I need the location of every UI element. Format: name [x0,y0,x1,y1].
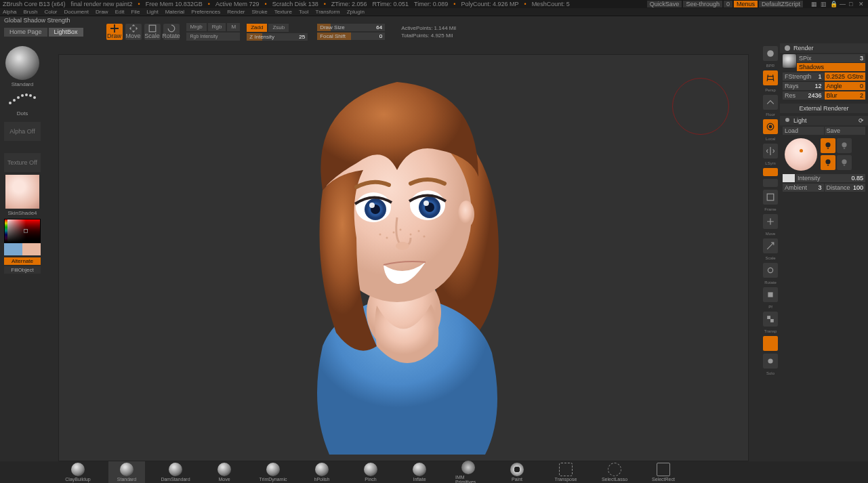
light-sphere[interactable] [785,138,817,171]
rgb-button[interactable]: Rgb [208,23,226,31]
alpha-slot[interactable]: Alpha Off [4,122,41,141]
zsub-button[interactable]: Zsub [268,24,289,32]
floor-button[interactable] [763,95,778,110]
move-button[interactable]: Move [125,24,142,40]
light-load[interactable]: Load [783,127,824,135]
menu-tool[interactable]: Tool [299,9,309,15]
transp-button[interactable] [763,312,778,327]
bpr-button[interactable] [763,46,778,61]
brush-standard[interactable]: Standard [108,461,145,483]
q-button[interactable] [763,179,778,187]
brush-selectrect[interactable]: SelectRect [645,461,682,483]
menu-brush[interactable]: Brush [23,9,37,15]
frame-button[interactable] [763,190,778,205]
menu-file[interactable]: File [131,9,140,15]
light-save[interactable]: Save [825,127,866,135]
menu-zplugin[interactable]: Zplugin [347,9,365,15]
nav-rotate-button[interactable] [763,263,778,278]
seethrough-value[interactable]: 0 [724,1,732,7]
res-slider[interactable]: Res2436 [783,91,824,100]
menu-edit[interactable]: Edit [115,9,125,15]
menu-material[interactable]: Material [165,9,184,15]
rotate-button[interactable]: Rotate [163,24,180,40]
pf-button[interactable] [763,287,778,302]
brush-imm[interactable]: IMM Primitives [450,459,487,484]
menu-preferences[interactable]: Preferences [191,9,220,15]
brush-thumbnail[interactable] [5,46,39,80]
mrgb-button[interactable]: Mrgb [186,23,207,31]
brush-damstandard[interactable]: DamStandard [157,461,194,483]
grid-icon[interactable]: ▦ [811,1,818,7]
fillobject-button[interactable]: FillObject [4,266,41,274]
persp-button[interactable] [763,70,778,85]
material-thumbnail[interactable] [5,175,39,209]
menu-document[interactable]: Document [64,9,89,15]
secondary-color-swatch[interactable] [4,243,22,255]
zintensity-slider[interactable]: Z Intensity25 [247,33,308,41]
m-button[interactable]: M [227,23,240,31]
fstrength-slider[interactable]: FStrength1 [783,72,824,81]
brush-trimdynamic[interactable]: TrimDynamic [255,461,291,483]
focalshift-slider[interactable]: Focal Shift0 [317,33,385,40]
light1-toggle[interactable] [821,138,835,153]
maximize-icon[interactable]: □ [849,1,856,7]
light-intensity[interactable]: Intensity0.85 [795,174,865,182]
default-script[interactable]: DefaultZScript [759,1,803,7]
rays-slider[interactable]: Rays12 [783,82,824,90]
gstrength-slider[interactable]: 0.2525GStre [825,72,866,81]
local-button[interactable] [763,119,778,134]
panels-icon[interactable]: ▥ [821,1,827,7]
color-picker[interactable] [4,219,41,255]
menu-light[interactable]: Light [146,9,158,15]
nav-move-button[interactable] [763,214,778,229]
brush-move[interactable]: Move [206,461,243,483]
main-color-swatch[interactable] [22,243,41,255]
brush-inflate[interactable]: Inflate [401,461,438,483]
blur-slider[interactable]: Blur2 [825,91,866,100]
texture-slot[interactable]: Texture Off [4,153,41,172]
brush-pinch[interactable]: Pinch [352,461,389,483]
menu-transform[interactable]: Transform [316,9,340,15]
nav-scale-button[interactable] [763,238,778,253]
brush-transpose[interactable]: Transpose [547,461,584,483]
angle-slider[interactable]: Angle0 [825,82,866,90]
viewport[interactable] [58,54,749,461]
brush-selectlasso[interactable]: SelectLasso [596,461,633,483]
light2-toggle[interactable] [837,138,852,153]
close-icon[interactable]: ✕ [859,1,865,7]
distance-slider[interactable]: Distance100 [825,184,866,192]
light-color-swatch[interactable] [783,174,795,182]
ext-renderer-header[interactable]: External Renderer [780,104,868,113]
shadows-toggle[interactable]: Shadows [797,63,865,71]
solo-button[interactable] [763,354,778,369]
render-panel-header[interactable]: Render [780,43,868,53]
menu-color[interactable]: Color [44,9,57,15]
drawsize-slider[interactable]: Draw Size64 [317,24,385,31]
menus-button[interactable]: Menus [734,1,758,7]
brush-claybuildup[interactable]: ClayBuildup [60,461,96,483]
menu-draw[interactable]: Draw [96,9,108,15]
brush-paint[interactable]: Paint [499,461,535,483]
alternate-button[interactable]: Alternate [4,257,41,265]
ambient-slider[interactable]: Ambient3 [783,184,824,192]
lsym-button[interactable] [763,144,778,159]
grid-button[interactable] [763,168,778,176]
menu-render[interactable]: Render [227,9,245,15]
menu-stroke[interactable]: Stroke [252,9,268,15]
stroke-thumbnail[interactable] [5,89,39,109]
lock-icon[interactable]: 🔒 [830,1,837,7]
menu-texture[interactable]: Texture [274,9,292,15]
tab-home[interactable]: Home Page [4,28,47,37]
rgb-intensity[interactable]: Rgb Intensity [186,33,241,41]
zadd-button[interactable]: Zadd [247,24,267,32]
menu-alpha[interactable]: Alpha [3,9,16,15]
draw-button[interactable]: Draw [106,24,123,40]
minimize-icon[interactable]: — [840,1,846,7]
brush-hpolish[interactable]: hPolish [304,461,340,483]
light4-toggle[interactable] [837,155,852,170]
tab-lightbox[interactable]: LightBox [49,28,83,37]
scale-button[interactable]: Scale [144,24,161,40]
ghost-button[interactable] [763,336,778,351]
quicksave-button[interactable]: QuickSave [647,1,682,7]
light-panel-header[interactable]: Light⟳ [780,116,868,125]
